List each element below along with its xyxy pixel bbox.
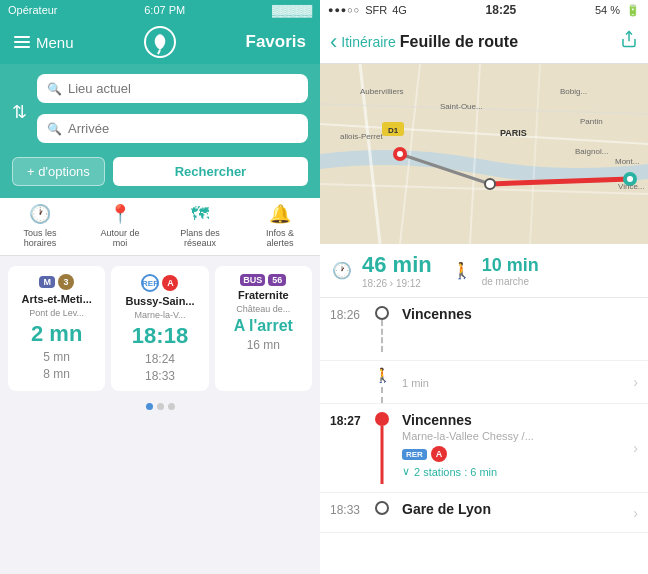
cards-row: M 3 Arts-et-Meti... Pont de Lev... 2 mn … [0,256,320,397]
dot-3 [168,403,175,410]
walk-icon-col: 🚶 [366,367,398,397]
walk-icon: 🚶 [452,261,472,280]
from-search-box[interactable]: 🔍 [37,74,308,103]
tab-horaires[interactable]: 🕐 Tous leshoraires [0,198,80,255]
cards-area: M 3 Arts-et-Meti... Pont de Lev... 2 mn … [0,256,320,574]
clock-icon-right: 🕐 [332,261,352,280]
timeline-row-3[interactable]: 18:27 Vincennes Marne-la-Vallee Chessy /… [320,404,648,493]
card-direction-3: Château de... [221,304,306,314]
search-icon: 🔍 [47,82,62,96]
total-time: 46 min [362,252,432,278]
tab-autour[interactable]: 📍 Autour demoi [80,198,160,255]
dashed-line-2 [381,387,383,403]
card-station-1: Arts-et-Meti... [14,293,99,305]
badge-row-3: BUS 56 [240,274,286,286]
tab-plans[interactable]: 🗺 Plans desréseaux [160,198,240,255]
chevron-walk: › [633,374,638,390]
solid-line-3 [381,426,384,484]
dashed-line-1 [381,320,383,352]
map-area: D1 Aubervilliers Bobig... Pantin Saint-O… [320,64,648,244]
to-input[interactable] [68,121,298,136]
bus-badge: BUS [240,274,265,286]
card-time-sm-2: 18:24 [145,352,175,366]
chevron-right-3: › [633,440,638,456]
line-a-badge: A [162,275,178,291]
search-button[interactable]: Rechercher [113,157,308,186]
header-left: Menu Favoris [0,20,320,64]
app-logo [144,26,176,58]
time-right: 18:25 [486,3,517,17]
svg-text:D1: D1 [388,126,399,135]
carrier-label: Opérateur [8,4,58,16]
left-panel: Opérateur 6:07 PM ▓▓▓▓▓ Menu Favoris ⇅ 🔍 [0,0,320,574]
tab-infos-label: Infos &alertes [266,228,294,250]
total-time-block: 46 min 18:26 › 19:12 [362,252,432,289]
itineraire-link[interactable]: Itinéraire [341,34,395,50]
from-input[interactable] [68,81,298,96]
tl-icon-col-3 [366,412,398,484]
signal-dots: ●●●○○ [328,5,360,15]
badge-row-2: RER A [141,274,178,292]
walk-duration: 1 min [402,377,638,389]
header-right: ‹ Itinéraire Feuille de route [320,20,648,64]
tl-icon-col-1 [366,306,398,352]
to-search-box[interactable]: 🔍 [37,114,308,143]
tl-time-3: 18:27 [330,412,366,428]
svg-text:Mont...: Mont... [615,157,639,166]
stop-circle-4 [375,501,389,515]
stop-circle-1 [375,306,389,320]
signal-area: ●●●○○ SFR 4G [328,4,407,16]
chevron-down-icon: ∨ [402,465,410,478]
tl-content-4: Gare de Lyon [398,501,633,517]
card-bus56[interactable]: BUS 56 Fraternite Château de... A l'arre… [215,266,312,391]
dot-2 [157,403,164,410]
tab-horaires-label: Tous leshoraires [23,228,56,250]
card-metro3[interactable]: M 3 Arts-et-Meti... Pont de Lev... 2 mn … [8,266,105,391]
svg-text:Baignol...: Baignol... [575,147,608,156]
time-range: 18:26 › 19:12 [362,278,432,289]
share-button[interactable] [620,30,638,53]
walk-content: 1 min [398,375,638,389]
walk-icon-tl: 🚶 [374,367,391,383]
menu-label: Menu [36,34,74,51]
svg-text:Saint-Oue...: Saint-Oue... [440,102,483,111]
card-rer-a[interactable]: RER A Bussy-Sain... Marne-la-V... 18:18 … [111,266,208,391]
station-gare-de-lyon: Gare de Lyon [402,501,633,517]
tab-plans-label: Plans desréseaux [180,228,220,250]
search-area: ⇅ 🔍 🔍 + d'options Rechercher [0,64,320,198]
card-time-big-2: 18:18 [132,323,188,349]
timeline-walk-row: 🚶 1 min › [320,361,648,404]
card-direction-2: Marne-la-V... [117,310,202,320]
line56-badge: 56 [268,274,286,286]
options-button[interactable]: + d'options [12,157,105,186]
network-right: 4G [392,4,407,16]
route-icon: ⇅ [12,101,27,123]
timeline-row-1[interactable]: 18:26 Vincennes [320,298,648,361]
battery-label: ▓▓▓▓▓ [272,4,312,16]
menu-button[interactable]: Menu [14,34,74,51]
timeline-row-4[interactable]: 18:33 Gare de Lyon › [320,493,648,533]
card-time-sm2-1: 8 mn [43,367,70,381]
tab-infos[interactable]: 🔔 Infos &alertes [240,198,320,255]
card-station-2: Bussy-Sain... [117,295,202,307]
battery-area: 54 % 🔋 [595,4,640,17]
card-time-big-3: A l'arret [234,317,293,335]
battery-icon: 🔋 [626,4,640,17]
route-info-bar: 🕐 46 min 18:26 › 19:12 🚶 10 min de march… [320,244,648,298]
back-button[interactable]: ‹ [330,29,337,55]
tl-content-1: Vincennes [398,306,638,322]
dot-1 [146,403,153,410]
tl-time-4: 18:33 [330,501,366,517]
location-icon: 📍 [109,204,131,226]
walk-time-block: 10 min de marche [482,255,539,287]
card-time-sm2-2: 18:33 [145,369,175,383]
pagination-dots [0,397,320,414]
expand-row[interactable]: ∨ 2 stations : 6 min [402,465,633,478]
battery-right: 54 % [595,4,620,16]
svg-text:Aubervilliers: Aubervilliers [360,87,404,96]
rer-badge-tl: RER [402,449,427,460]
station-vincennes-2: Vincennes [402,412,633,428]
time-label: 6:07 PM [144,4,185,16]
search-actions: + d'options Rechercher [12,157,308,186]
card-direction-1: Pont de Lev... [14,308,99,318]
